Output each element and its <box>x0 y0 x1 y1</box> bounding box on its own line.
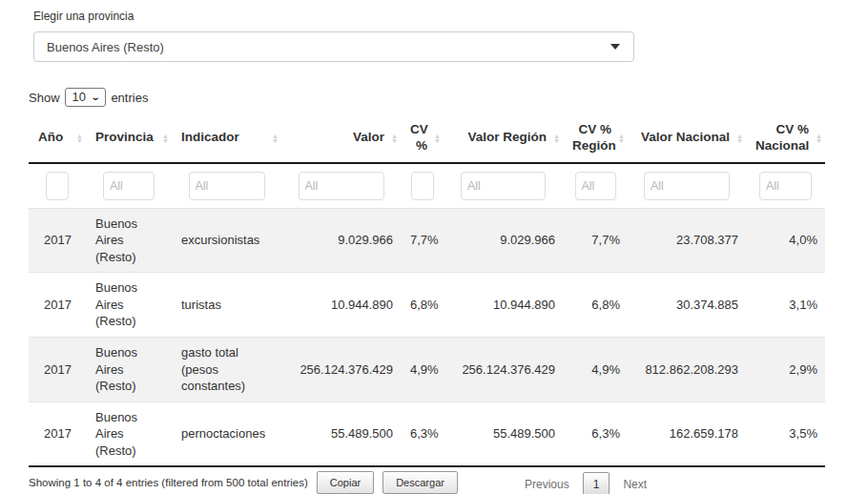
table-row: 2017Buenos Aires (Resto)turistas10.944.8… <box>29 273 825 338</box>
cell-cv-nacional: 2,9% <box>746 338 825 402</box>
cell-ano: 2017 <box>29 401 86 466</box>
table-header-row: Año▲▼Provincia▲▼Indicador▲▼Valor▲▼CV %▲▼… <box>29 114 825 163</box>
table-footer: Showing 1 to 4 of 4 entries (filtered fr… <box>29 471 825 494</box>
next-page-button[interactable]: Next <box>623 478 647 491</box>
cell-cv-region: 6,8% <box>563 273 628 338</box>
sort-icon: ▲▼ <box>434 134 441 143</box>
column-header-label: Año <box>38 130 63 144</box>
province-select[interactable]: Buenos Aires (Resto) <box>33 31 634 62</box>
cell-valor-region: 9.029.966 <box>444 208 563 273</box>
province-select-value: Buenos Aires (Resto) <box>47 40 164 54</box>
cell-provincia: Buenos Aires (Resto) <box>86 401 172 466</box>
cell-cv-nacional: 3,5% <box>746 401 825 466</box>
sort-icon: ▲▼ <box>162 134 169 143</box>
cell-indicador: turistas <box>172 273 281 338</box>
cell-indicador: excursionistas <box>172 208 281 273</box>
filter-input-cv-region[interactable] <box>575 172 616 200</box>
filter-input-indicador[interactable] <box>189 172 265 200</box>
column-header-cv-region[interactable]: CV % Región▲▼ <box>563 114 628 163</box>
sort-icon: ▲▼ <box>76 134 83 143</box>
column-header-label: CV % Nacional <box>755 122 809 153</box>
column-header-label: Valor <box>353 130 384 144</box>
column-header-label: CV % Región <box>572 122 616 153</box>
column-header-label: Valor Nacional <box>641 130 730 144</box>
filter-input-ano[interactable] <box>46 172 69 200</box>
sort-icon: ▲▼ <box>816 134 822 143</box>
column-header-provincia[interactable]: Provincia▲▼ <box>86 114 172 163</box>
filter-cell-valor <box>281 163 401 209</box>
table-filter-row <box>29 163 825 209</box>
filter-input-provincia[interactable] <box>103 172 155 200</box>
cell-valor-region: 256.124.376.429 <box>444 338 563 402</box>
cell-valor: 10.944.890 <box>281 273 401 338</box>
page-length-suffix: entries <box>111 91 148 105</box>
page-length-value: 10 <box>72 90 86 104</box>
entries-info: Showing 1 to 4 of 4 entries (filtered fr… <box>29 477 308 488</box>
cell-valor-nacional: 23.708.377 <box>628 208 746 273</box>
table-row: 2017Buenos Aires (Resto)gasto total (pes… <box>29 338 825 402</box>
column-header-valor-nacional[interactable]: Valor Nacional▲▼ <box>628 114 746 163</box>
page-length-select[interactable]: 10 ⌄ <box>65 88 107 107</box>
cell-provincia: Buenos Aires (Resto) <box>86 273 172 338</box>
cell-valor-nacional: 162.659.178 <box>628 401 746 466</box>
column-header-label: Indicador <box>181 130 239 144</box>
cell-indicador: pernoctaciones <box>172 401 281 466</box>
cell-valor-nacional: 812.862.208.293 <box>628 338 746 402</box>
cell-valor: 55.489.500 <box>281 401 401 466</box>
page-length-prefix: Show <box>29 91 60 105</box>
pagination: Previous 1 Next <box>525 472 647 494</box>
download-button[interactable]: Descargar <box>382 471 458 494</box>
sort-icon: ▲▼ <box>736 134 743 143</box>
column-header-cv-nacional[interactable]: CV % Nacional▲▼ <box>746 114 825 163</box>
column-header-ano[interactable]: Año▲▼ <box>29 114 86 163</box>
cell-provincia: Buenos Aires (Resto) <box>86 208 172 273</box>
filter-input-cv-nacional[interactable] <box>759 172 812 200</box>
cell-cv-nacional: 4,0% <box>746 208 825 273</box>
column-header-indicador[interactable]: Indicador▲▼ <box>172 114 281 163</box>
column-header-label: Valor Región <box>467 130 547 144</box>
copy-button[interactable]: Copiar <box>317 471 374 494</box>
filter-cell-valor-region <box>444 163 563 209</box>
page-length-control: Show 10 ⌄ entries <box>29 88 839 107</box>
page: Elegir una provincia Buenos Aires (Resto… <box>0 0 839 494</box>
cell-cv: 6,3% <box>401 401 444 466</box>
sort-icon: ▲▼ <box>272 134 279 143</box>
sort-icon: ▲▼ <box>391 134 398 143</box>
indicators-table: Año▲▼Provincia▲▼Indicador▲▼Valor▲▼CV %▲▼… <box>29 114 825 467</box>
cell-indicador: gasto total (pesos constantes) <box>172 338 281 402</box>
filter-input-valor-nacional[interactable] <box>644 172 730 200</box>
province-select-label: Elegir una provincia <box>33 10 839 23</box>
table-row: 2017Buenos Aires (Resto)pernoctaciones55… <box>29 401 825 466</box>
filter-cell-valor-nacional <box>628 163 746 209</box>
filter-cell-provincia <box>86 163 172 209</box>
column-header-cv[interactable]: CV %▲▼ <box>401 114 444 163</box>
previous-page-button[interactable]: Previous <box>525 478 569 491</box>
cell-ano: 2017 <box>29 273 86 338</box>
filter-cell-ano <box>29 163 86 209</box>
sort-icon: ▲▼ <box>553 134 560 143</box>
cell-provincia: Buenos Aires (Resto) <box>86 338 172 402</box>
sort-icon: ▲▼ <box>618 134 625 143</box>
column-header-valor[interactable]: Valor▲▼ <box>281 114 401 163</box>
cell-cv-region: 6,3% <box>563 401 628 466</box>
filter-input-valor-region[interactable] <box>461 172 546 200</box>
info-group: Showing 1 to 4 of 4 entries (filtered fr… <box>29 471 825 494</box>
cell-cv-nacional: 3,1% <box>746 273 825 338</box>
column-header-valor-region[interactable]: Valor Región▲▼ <box>444 114 563 163</box>
page-number-button[interactable]: 1 <box>583 472 610 494</box>
cell-ano: 2017 <box>29 338 86 402</box>
cell-valor: 256.124.376.429 <box>281 338 401 402</box>
cell-cv-region: 4,9% <box>563 338 628 402</box>
column-header-label: Provincia <box>95 130 154 144</box>
column-header-label: CV % <box>410 122 428 153</box>
cell-valor-region: 10.944.890 <box>444 273 563 338</box>
cell-cv-region: 7,7% <box>563 208 628 273</box>
filter-cell-indicador <box>172 163 281 209</box>
cell-valor-nacional: 30.374.885 <box>628 273 746 338</box>
filter-input-cv[interactable] <box>411 172 434 200</box>
filter-input-valor[interactable] <box>299 172 384 200</box>
table-row: 2017Buenos Aires (Resto)excursionistas9.… <box>29 208 825 273</box>
chevron-down-icon: ⌄ <box>90 93 101 102</box>
chevron-down-icon <box>610 44 620 50</box>
filter-cell-cv-nacional <box>746 163 825 209</box>
